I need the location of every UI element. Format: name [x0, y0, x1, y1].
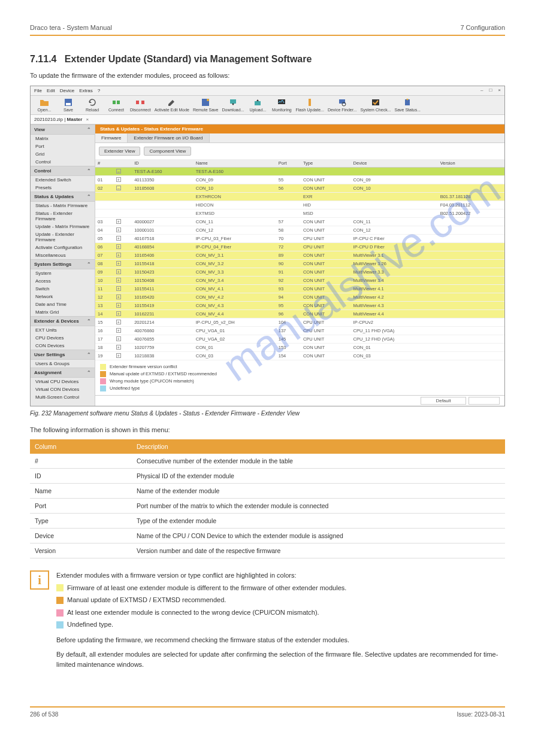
window-controls[interactable]: – □ ×	[480, 87, 501, 93]
menu-?[interactable]: ?	[98, 88, 100, 93]
sidebar-item[interactable]: Matrix	[31, 135, 95, 142]
menu-edit[interactable]: Edit	[47, 88, 55, 93]
minimize-icon[interactable]: –	[480, 87, 483, 93]
table-row[interactable]: 19+10218838CON_03154CON UNITCON_03	[95, 351, 504, 360]
menubar[interactable]: FileEditDeviceExtras?	[31, 86, 504, 95]
toolbar-flash-update-[interactable]: Flash Update...	[295, 98, 324, 112]
sidebar-item[interactable]: Extended Switch	[31, 176, 95, 184]
table-row[interactable]: HIDCONHIDF04.03.201112	[95, 201, 504, 209]
firmware-table[interactable]: #IDNamePortTypeDeviceVersion–TEST-A-E160…	[95, 159, 504, 360]
expand-icon[interactable]: +	[116, 177, 121, 182]
menu-extras[interactable]: Extras	[79, 88, 93, 93]
toolbar-download-[interactable]: Download...	[222, 98, 244, 112]
expand-icon[interactable]: +	[116, 311, 121, 316]
col-header[interactable]: ID	[132, 159, 194, 168]
expand-icon[interactable]: +	[116, 353, 121, 358]
tab-firmware[interactable]: Firmware	[95, 133, 128, 142]
sidebar-item[interactable]: Update - Extender Firmware	[31, 230, 95, 244]
table-row[interactable]: 03+40000027CON_1157CON UNITCON_11	[95, 217, 504, 226]
expand-icon[interactable]: –	[116, 169, 121, 174]
sidebar-item[interactable]: Network	[31, 293, 95, 300]
sidebar-item[interactable]: Status - Extender Firmware	[31, 210, 95, 223]
sidebar-item[interactable]: Presets	[31, 184, 95, 192]
table-row[interactable]: 13+10155419CON_MV_4.395CON UNITMultiView…	[95, 301, 504, 309]
sidebar-item[interactable]: CON Devices	[31, 342, 95, 350]
table-row[interactable]: 18+10207759CON_01153CON UNITCON_01	[95, 343, 504, 351]
toolbar-system-check-[interactable]: System Check...	[361, 98, 391, 112]
sidebar-item[interactable]: Matrix Grid	[31, 308, 95, 316]
sidebar-item[interactable]: Switch	[31, 285, 95, 293]
sidebar-item[interactable]: CPU Devices	[31, 334, 95, 342]
toolbar-connect[interactable]: Connect	[106, 98, 126, 112]
toolbar-device-finder-[interactable]: Device Finder...	[328, 98, 357, 112]
close-icon[interactable]: ×	[498, 87, 501, 93]
toolbar-upload-[interactable]: Upload...	[247, 98, 268, 112]
table-row[interactable]: EXTHRCONEXRB01.37.181128	[95, 192, 504, 201]
table-row[interactable]: 09+10150423CON_MV_3.391CON UNITMultiView…	[95, 268, 504, 276]
close-tab-icon[interactable]: ×	[86, 117, 89, 122]
sidebar-item[interactable]: Control	[31, 158, 95, 166]
sidebar-section-status-updates[interactable]: Status & Updates⌃	[31, 192, 95, 202]
expand-icon[interactable]: +	[116, 278, 121, 283]
table-row[interactable]: 14+10162231CON_MV_4.496CON UNITMultiView…	[95, 309, 504, 318]
sidebar-item[interactable]: Access	[31, 277, 95, 285]
toolbar-monitoring[interactable]: Monitoring	[271, 98, 292, 112]
toolbar-open-[interactable]: Open...	[34, 98, 55, 112]
expand-icon[interactable]: +	[116, 336, 121, 341]
sidebar-item[interactable]: System	[31, 269, 95, 277]
table-row[interactable]: EXTMSDMSDB02.51.200422	[95, 209, 504, 217]
expand-icon[interactable]: +	[116, 227, 121, 232]
sidebar-item[interactable]: Grid	[31, 150, 95, 158]
col-header[interactable]: #	[95, 159, 114, 168]
col-header[interactable]: Version	[438, 159, 504, 168]
tab-extender-fw-io[interactable]: Extender Firmware on I/O Board	[128, 133, 209, 142]
expand-icon[interactable]: +	[116, 294, 121, 299]
table-row[interactable]: 01+40113350CON_0955CON UNITCON_09	[95, 175, 504, 184]
toolbar-save-status-[interactable]: Save Status...	[394, 98, 421, 112]
sidebar-item[interactable]: Status - Matrix Firmware	[31, 202, 95, 210]
content-tabs[interactable]: Firmware Extender Firmware on I/O Board	[95, 133, 504, 143]
table-row[interactable]: 07+10165406CON_MV_3.189CON UNITMultiView…	[95, 251, 504, 259]
expand-icon[interactable]: +	[116, 286, 121, 291]
sidebar-item[interactable]: EXT Units	[31, 326, 95, 334]
toolbar[interactable]: Open...SaveReloadConnectDisconnectActiva…	[31, 95, 504, 115]
expand-icon[interactable]: +	[116, 345, 121, 350]
sidebar-section-extender-devices[interactable]: Extender & Devices⌃	[31, 316, 95, 326]
table-row[interactable]: 16+40076860CPU_VGA_01137CPU UNITCPU_11 F…	[95, 326, 504, 335]
table-row[interactable]: 05+40167518IP-CPU_03_Fiber70CPU UNITIP-C…	[95, 234, 504, 242]
sidebar-item[interactable]: Port	[31, 142, 95, 150]
sidebar-item[interactable]: Virtual CON Devices	[31, 385, 95, 393]
toolbar-activate-edit-mode[interactable]: Activate Edit Mode	[155, 98, 189, 112]
expand-icon[interactable]: –	[116, 186, 121, 190]
table-row[interactable]: 12+10165420CON_MV_4.294CON UNITMultiView…	[95, 293, 504, 301]
extender-view-button[interactable]: Extender View	[99, 147, 140, 156]
col-header[interactable]	[114, 159, 132, 168]
sidebar-item[interactable]: Users & Groups	[31, 360, 95, 368]
table-row[interactable]: 11+10155411CON_MV_4.193CON UNITMultiView…	[95, 284, 504, 293]
sidebar-section-view[interactable]: View⌃	[31, 125, 95, 135]
expand-icon[interactable]: +	[116, 244, 121, 249]
expand-icon[interactable]: +	[116, 261, 121, 266]
sidebar-section-assignment[interactable]: Assignment⌃	[31, 368, 95, 378]
table-row[interactable]: 06+40168854IP-CPU_04_Fiber72CPU UNITIP-C…	[95, 242, 504, 251]
menu-device[interactable]: Device	[60, 88, 74, 93]
col-header[interactable]: Device	[351, 159, 438, 168]
table-row[interactable]: 04+10000101CON_1258CON UNITCON_12	[95, 226, 504, 234]
sidebar-section-control[interactable]: Control⌃	[31, 166, 95, 176]
col-header[interactable]: Name	[194, 159, 276, 168]
menu-file[interactable]: File	[34, 88, 42, 93]
sidebar-item[interactable]: Update - Matrix Firmware	[31, 223, 95, 230]
sidebar-item[interactable]: Activate Configuration	[31, 244, 95, 251]
sidebar-item[interactable]: Virtual CPU Devices	[31, 378, 95, 385]
table-row[interactable]: 15+20201214IP-CPU_05_v2_DH104CPU UNITIP-…	[95, 318, 504, 326]
file-tab[interactable]: 20210210.zip | Master ×	[31, 115, 504, 125]
sidebar-section-system-settings[interactable]: System Settings⌃	[31, 259, 95, 269]
toolbar-save[interactable]: Save	[58, 98, 78, 112]
component-view-button[interactable]: Component View	[144, 147, 191, 156]
col-header[interactable]: Type	[301, 159, 351, 168]
sidebar-item[interactable]: Miscellaneous	[31, 251, 95, 259]
toolbar-reload[interactable]: Reload	[82, 98, 102, 112]
expand-icon[interactable]: +	[116, 253, 121, 257]
table-row[interactable]: 08+10155418CON_MV_3.290CON UNITMultiView…	[95, 259, 504, 268]
maximize-icon[interactable]: □	[489, 87, 492, 93]
